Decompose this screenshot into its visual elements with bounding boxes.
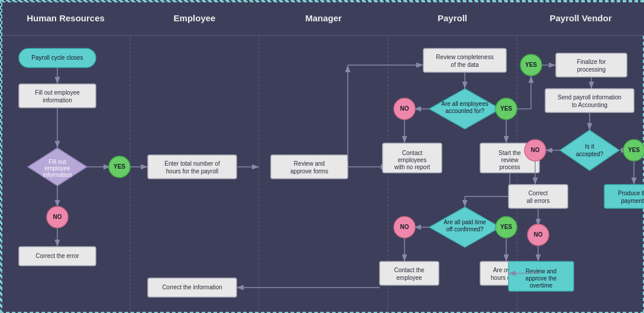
svg-text:overtime: overtime <box>530 282 553 289</box>
svg-text:Produce the: Produce the <box>618 190 644 196</box>
svg-text:employee: employee <box>44 165 70 172</box>
svg-text:Contact the: Contact the <box>394 267 425 273</box>
svg-text:with no report: with no report <box>394 164 431 170</box>
svg-text:Correct the information: Correct the information <box>162 284 222 291</box>
fill-employee-info1-label: Fill out employee <box>35 89 80 96</box>
svg-text:process: process <box>499 164 520 170</box>
svg-text:employees: employees <box>398 157 426 163</box>
col-header-manager: Manager <box>305 13 342 23</box>
svg-text:employee: employee <box>396 275 422 281</box>
svg-text:information: information <box>43 172 72 178</box>
fill-employee-info1-node <box>19 84 96 108</box>
svg-text:Finalize for: Finalize for <box>577 59 607 65</box>
svg-text:all errors: all errors <box>527 198 550 204</box>
review-completeness-node <box>423 49 506 72</box>
produce-payments-node <box>604 185 644 208</box>
no1-label: NO <box>53 214 62 220</box>
svg-text:Review and: Review and <box>294 160 325 167</box>
svg-text:NO: NO <box>400 224 409 230</box>
payroll-cycle-label: Payroll cycle closes <box>31 54 83 61</box>
col-header-payroll: Payroll <box>438 13 467 23</box>
svg-text:Enter total number of: Enter total number of <box>164 160 220 167</box>
svg-text:to Accounting: to Accounting <box>572 102 607 108</box>
svg-text:Is it: Is it <box>585 143 594 150</box>
svg-text:information: information <box>43 97 72 104</box>
svg-text:Fill out: Fill out <box>48 159 66 165</box>
svg-text:payments: payments <box>621 198 644 204</box>
svg-text:Contact: Contact <box>402 150 423 156</box>
diagram-container: Human Resources Employee Manager Payroll… <box>0 0 644 313</box>
svg-text:NO: NO <box>400 105 409 112</box>
svg-text:YES: YES <box>500 224 512 230</box>
yes1-label: YES <box>114 163 125 170</box>
svg-text:processing: processing <box>577 66 606 73</box>
svg-text:hours for the payroll: hours for the payroll <box>166 168 218 175</box>
col-header-hr: Human Resources <box>27 13 105 23</box>
svg-text:off confirmed?: off confirmed? <box>446 226 484 233</box>
svg-text:YES: YES <box>628 147 640 153</box>
svg-text:Are all paid time: Are all paid time <box>444 219 486 225</box>
enter-hours-node <box>148 155 237 179</box>
svg-text:YES: YES <box>525 62 537 68</box>
svg-text:Send payroll information: Send payroll information <box>558 94 622 101</box>
svg-text:accepted?: accepted? <box>576 151 604 157</box>
svg-text:accounted for?: accounted for? <box>445 108 485 114</box>
col-header-employee: Employee <box>174 13 216 23</box>
svg-text:approve forms: approve forms <box>290 168 328 175</box>
svg-text:Review completeness: Review completeness <box>436 54 493 60</box>
svg-text:Are all employees: Are all employees <box>441 101 488 107</box>
svg-text:NO: NO <box>531 147 540 153</box>
contact-employee2-node <box>380 262 439 285</box>
review-approve-node <box>271 155 348 179</box>
correct-errors-node <box>509 185 568 208</box>
svg-text:NO: NO <box>534 231 543 238</box>
svg-text:Correct: Correct <box>529 190 548 196</box>
svg-text:approve the: approve the <box>526 275 557 282</box>
svg-text:YES: YES <box>500 105 512 112</box>
svg-text:review: review <box>501 157 519 163</box>
correct-error-label: Correct the error <box>35 253 79 259</box>
svg-text:of the data: of the data <box>451 62 479 68</box>
finalize-node <box>556 53 627 77</box>
send-payroll-node <box>545 89 634 112</box>
svg-text:Start the: Start the <box>499 150 521 156</box>
col-header-vendor: Payroll Vendor <box>549 13 611 23</box>
